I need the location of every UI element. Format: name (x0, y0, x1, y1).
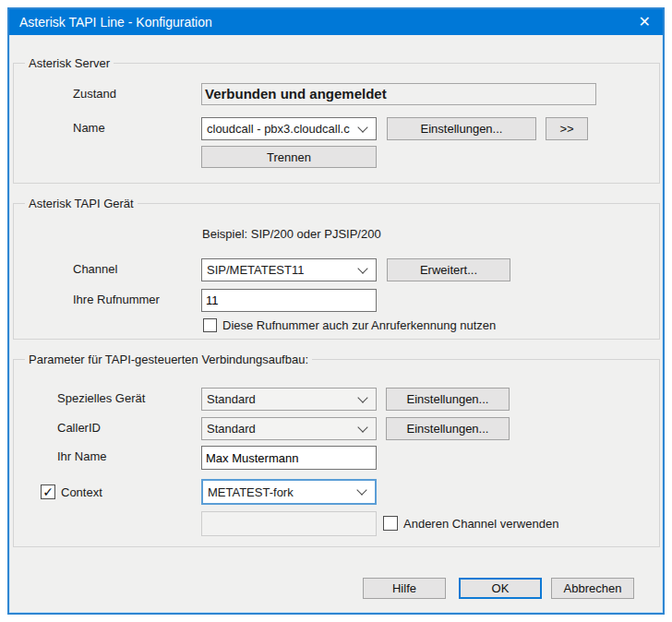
group-asterisk-server: Asterisk Server Zustand Verbunden und an… (13, 63, 660, 184)
number-input[interactable] (201, 289, 377, 312)
channel-combobox[interactable]: SIP/METATEST11 (201, 258, 377, 281)
window-title: Asterisk TAPI Line - Konfiguration (19, 15, 212, 30)
close-icon[interactable]: ✕ (639, 13, 651, 31)
state-label: Zustand (73, 87, 116, 102)
alt-channel-checkbox[interactable] (383, 516, 398, 531)
use-number-callerid-checkbox[interactable] (203, 318, 217, 332)
callerid-settings-button[interactable]: Einstellungen... (386, 417, 510, 440)
alt-channel-checkbox-label: Anderen Channel verwenden (403, 517, 558, 532)
chevron-down-icon (357, 122, 367, 132)
group-tapi-device-title: Asterisk TAPI Gerät (25, 197, 138, 210)
server-more-button[interactable]: >> (546, 117, 588, 140)
your-name-label: Ihr Name (57, 449, 106, 464)
dialog-body: Asterisk Server Zustand Verbunden und an… (9, 35, 663, 613)
advanced-button[interactable]: Erweitert... (387, 258, 510, 281)
special-device-settings-button[interactable]: Einstellungen... (386, 388, 510, 411)
config-dialog: Asterisk TAPI Line - Konfiguration ✕ Ast… (7, 7, 665, 615)
disconnect-button[interactable]: Trennen (201, 146, 377, 168)
callerid-combobox-value: Standard (207, 422, 256, 436)
use-number-callerid-checkbox-label: Diese Rufnummer auch zur Anruferkennung … (222, 318, 496, 333)
alt-channel-input (201, 511, 377, 536)
server-settings-button[interactable]: Einstellungen... (387, 117, 536, 140)
special-device-combobox[interactable]: Standard (201, 388, 377, 411)
special-device-combobox-value: Standard (207, 392, 256, 406)
cancel-button[interactable]: Abbrechen (551, 578, 634, 599)
chevron-down-icon (357, 392, 367, 402)
channel-combobox-value: SIP/METATEST11 (207, 263, 304, 277)
state-value-field: Verbunden und angemeldet (201, 83, 596, 105)
channel-label: Channel (73, 262, 117, 277)
group-asterisk-server-title: Asterisk Server (25, 56, 114, 70)
chevron-down-icon (356, 484, 366, 495)
context-combobox[interactable]: METATEST-fork (201, 479, 377, 505)
server-name-combobox[interactable]: cloudcall - pbx3.cloudcall.c (201, 117, 377, 140)
number-label: Ihre Rufnummer (73, 293, 160, 307)
group-tapi-parameters-title: Parameter für TAPI-gesteuerten Verbindun… (25, 353, 312, 366)
callerid-label: CallerID (57, 421, 101, 436)
channel-example-hint: Beispiel: SIP/200 oder PJSIP/200 (202, 227, 381, 242)
page: { "window": { "title": "Asterisk TAPI Li… (0, 0, 672, 622)
group-tapi-parameters: Parameter für TAPI-gesteuerten Verbindun… (13, 359, 660, 547)
callerid-combobox[interactable]: Standard (201, 417, 377, 440)
group-tapi-device: Asterisk TAPI Gerät Beispiel: SIP/200 od… (13, 203, 660, 340)
context-checkbox-label: Context (61, 485, 102, 500)
context-checkbox[interactable]: ✓ (41, 484, 55, 499)
server-name-label: Name (73, 121, 105, 136)
help-button[interactable]: Hilfe (363, 578, 446, 599)
your-name-input[interactable] (201, 446, 377, 470)
chevron-down-icon (357, 422, 367, 432)
ok-button[interactable]: OK (459, 578, 542, 599)
checkmark-icon: ✓ (42, 484, 54, 499)
server-name-combobox-value: cloudcall - pbx3.cloudcall.c (207, 122, 350, 136)
chevron-down-icon (357, 263, 367, 273)
title-bar[interactable]: Asterisk TAPI Line - Konfiguration ✕ (9, 9, 663, 35)
context-combobox-value: METATEST-fork (208, 485, 294, 499)
special-device-label: Spezielles Gerät (57, 391, 145, 406)
